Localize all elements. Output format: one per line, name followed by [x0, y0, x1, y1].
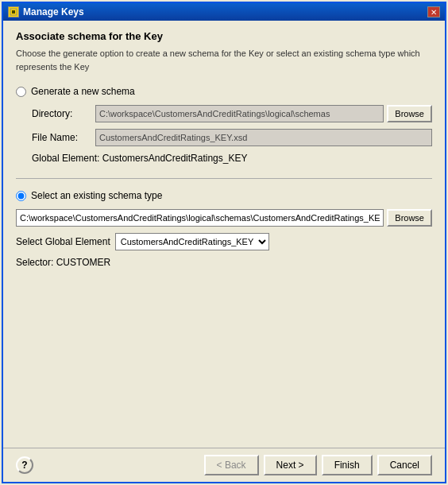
- section-divider: [16, 178, 432, 179]
- filename-label: File Name:: [32, 132, 95, 143]
- directory-browse-button[interactable]: Browse: [387, 105, 432, 122]
- directory-input[interactable]: [95, 105, 384, 122]
- generate-schema-label: Generate a new schema: [31, 86, 135, 97]
- select-global-label: Select Global Element: [16, 236, 110, 247]
- global-element-label: Global Element:: [32, 153, 99, 164]
- cancel-button[interactable]: Cancel: [377, 455, 432, 475]
- next-button[interactable]: Next >: [264, 455, 317, 475]
- global-element-select[interactable]: CustomersAndCreditRatings_KEY: [115, 233, 269, 250]
- nav-buttons: < Back Next > Finish Cancel: [204, 455, 432, 475]
- title-bar-icon: [8, 6, 19, 17]
- directory-row: Directory: Browse: [16, 105, 432, 122]
- generate-schema-option[interactable]: Generate a new schema: [16, 86, 432, 97]
- directory-label: Directory:: [32, 108, 95, 119]
- path-input-row: Browse: [16, 209, 432, 227]
- dialog-content: Associate schema for the Key Choose the …: [3, 21, 445, 448]
- filename-row: File Name:: [16, 129, 432, 146]
- select-schema-option[interactable]: Select an existing schema type: [16, 190, 432, 201]
- select-global-row: Select Global Element CustomersAndCredit…: [16, 233, 432, 250]
- select-schema-radio[interactable]: [16, 191, 26, 201]
- selector-row: Selector: CUSTOMER: [16, 257, 432, 268]
- title-bar-left: Manage Keys: [8, 6, 84, 17]
- window-title: Manage Keys: [23, 6, 84, 17]
- global-element-value: CustomersAndCreditRatings_KEY: [102, 153, 248, 164]
- close-button[interactable]: ✕: [427, 6, 440, 17]
- schema-browse-button[interactable]: Browse: [387, 209, 432, 227]
- help-button[interactable]: ?: [16, 456, 33, 474]
- generate-schema-radio[interactable]: [16, 87, 26, 97]
- title-bar: Manage Keys ✕: [3, 3, 445, 21]
- selector-value: CUSTOMER: [56, 257, 110, 268]
- dialog-window: Manage Keys ✕ Associate schema for the K…: [2, 2, 446, 483]
- section-title: Associate schema for the Key: [16, 30, 432, 42]
- svg-rect-1: [12, 10, 15, 14]
- global-element-row: Global Element: CustomersAndCreditRating…: [16, 153, 432, 164]
- section-description: Choose the generate option to create a n…: [16, 47, 432, 73]
- filename-input[interactable]: [95, 129, 432, 146]
- selector-label: Selector:: [16, 257, 53, 268]
- back-button[interactable]: < Back: [204, 455, 259, 475]
- path-input[interactable]: [16, 209, 384, 227]
- bottom-bar: ? < Back Next > Finish Cancel: [3, 448, 445, 482]
- select-schema-label: Select an existing schema type: [31, 190, 162, 201]
- finish-button[interactable]: Finish: [322, 455, 373, 475]
